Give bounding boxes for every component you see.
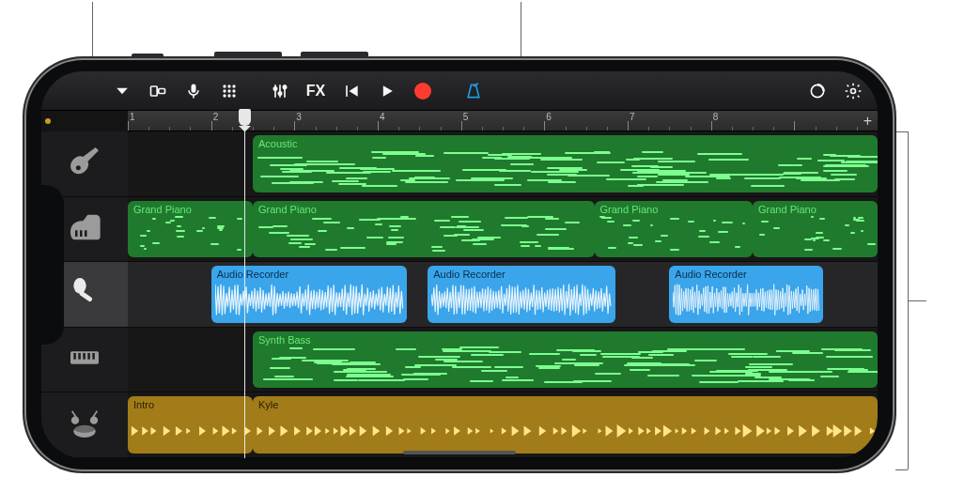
ruler-bar-label: 2: [213, 112, 219, 122]
region-label: Kyle: [258, 399, 872, 410]
track-lane[interactable]: Synth Bass: [128, 328, 878, 393]
keyboard-icon: [66, 339, 103, 380]
svg-rect-26: [85, 230, 87, 237]
region-label: Grand Piano: [758, 204, 872, 215]
view-menu-button[interactable]: [107, 77, 137, 105]
svg-point-4: [223, 85, 226, 87]
region-midi[interactable]: Synth Bass: [253, 331, 878, 389]
guitar-icon: [66, 143, 103, 184]
svg-point-8: [227, 89, 230, 92]
go-to-beginning-button[interactable]: [336, 77, 366, 105]
ruler-bar-label: 6: [546, 112, 552, 122]
region-midi[interactable]: Acoustic: [253, 135, 878, 192]
region-label: Grand Piano: [133, 204, 247, 215]
svg-rect-2: [192, 84, 196, 92]
region-drummer[interactable]: Intro: [128, 396, 253, 454]
svg-point-5: [227, 85, 230, 87]
phone-frame: FX 12345678: [24, 58, 894, 471]
track-lane[interactable]: Audio RecorderAudio RecorderAudio Record…: [128, 262, 878, 328]
svg-rect-33: [87, 353, 90, 360]
playhead[interactable]: [244, 131, 245, 458]
tracks-area: AcousticGrand PianoGrand PianoGrand Pian…: [41, 131, 878, 458]
tracks-region-area[interactable]: AcousticGrand PianoGrand PianoGrand Pian…: [128, 131, 878, 458]
ruler-bar-label: 5: [463, 112, 469, 122]
region-label: Acoustic: [258, 138, 872, 149]
ruler-bar-label: 1: [130, 112, 135, 122]
callout-line: [895, 469, 908, 470]
browser-button[interactable]: [143, 77, 173, 105]
piano-icon: [66, 208, 103, 250]
phone-side-button: [214, 52, 282, 58]
playhead-handle[interactable]: [239, 109, 251, 126]
ruler-bar-label: 7: [630, 112, 635, 122]
svg-point-27: [73, 278, 86, 294]
notch: [41, 185, 64, 345]
svg-point-6: [232, 85, 235, 87]
track-controls-button[interactable]: [265, 77, 295, 105]
track-lane[interactable]: Grand PianoGrand PianoGrand PianoGrand P…: [128, 197, 878, 263]
input-mic-button[interactable]: [179, 77, 209, 105]
svg-rect-1: [159, 88, 165, 93]
svg-point-9: [232, 89, 235, 92]
svg-rect-0: [151, 86, 158, 96]
svg-point-18: [283, 85, 286, 88]
metronome-button[interactable]: [459, 77, 489, 105]
drums-icon: [66, 405, 103, 446]
svg-rect-34: [92, 353, 95, 360]
home-indicator: [403, 451, 516, 454]
region-audio[interactable]: Audio Recorder: [669, 266, 823, 323]
region-audio[interactable]: Audio Recorder: [211, 266, 407, 323]
app-screen: FX 12345678: [41, 71, 878, 458]
callout-line: [895, 131, 908, 132]
svg-rect-25: [80, 230, 83, 237]
svg-rect-28: [79, 291, 93, 303]
track-lane[interactable]: IntroKyle: [128, 392, 878, 458]
add-section-button[interactable]: +: [863, 113, 872, 130]
phone-side-button: [301, 52, 368, 58]
track-lane[interactable]: Acoustic: [128, 131, 878, 197]
record-button[interactable]: [408, 77, 438, 105]
region-label: Audio Recorder: [675, 269, 817, 280]
ruler-bar-label: 4: [380, 112, 385, 122]
svg-point-7: [223, 89, 226, 92]
cycle-indicator[interactable]: [45, 118, 51, 124]
region-label: Grand Piano: [600, 204, 747, 215]
mic-track-icon: [66, 273, 103, 315]
settings-button[interactable]: [838, 77, 868, 105]
ruler-bar-label: 3: [296, 112, 302, 122]
control-bar: FX: [41, 71, 878, 111]
region-label: Grand Piano: [258, 204, 589, 215]
fx-button[interactable]: FX: [301, 77, 331, 105]
region-midi[interactable]: Grand Piano: [753, 201, 878, 258]
svg-rect-31: [78, 353, 81, 360]
record-icon: [414, 83, 431, 100]
region-label: Audio Recorder: [433, 269, 610, 280]
svg-rect-24: [75, 230, 78, 237]
track-header-drummer[interactable]: [41, 392, 128, 458]
svg-point-23: [76, 165, 81, 170]
grid-apps-button[interactable]: [214, 77, 244, 105]
svg-point-12: [232, 94, 235, 97]
region-label: Synth Bass: [258, 334, 872, 346]
svg-rect-30: [73, 353, 76, 360]
svg-rect-32: [83, 353, 86, 360]
region-midi[interactable]: Grand Piano: [595, 201, 753, 258]
region-audio[interactable]: Audio Recorder: [428, 266, 615, 323]
region-midi[interactable]: Grand Piano: [128, 201, 253, 258]
svg-point-16: [278, 91, 281, 94]
svg-point-36: [73, 423, 95, 433]
svg-point-22: [851, 88, 856, 93]
region-midi[interactable]: Grand Piano: [253, 201, 595, 258]
svg-point-10: [223, 94, 226, 97]
ruler-bar-label: 8: [713, 112, 719, 122]
loop-browser-button[interactable]: [802, 77, 832, 105]
svg-point-14: [273, 86, 276, 89]
play-button[interactable]: [372, 77, 402, 105]
region-drummer[interactable]: Kyle: [253, 396, 878, 454]
svg-rect-19: [346, 85, 348, 97]
svg-point-11: [227, 94, 230, 97]
region-label: Intro: [133, 399, 247, 410]
callout-line: [908, 300, 926, 301]
